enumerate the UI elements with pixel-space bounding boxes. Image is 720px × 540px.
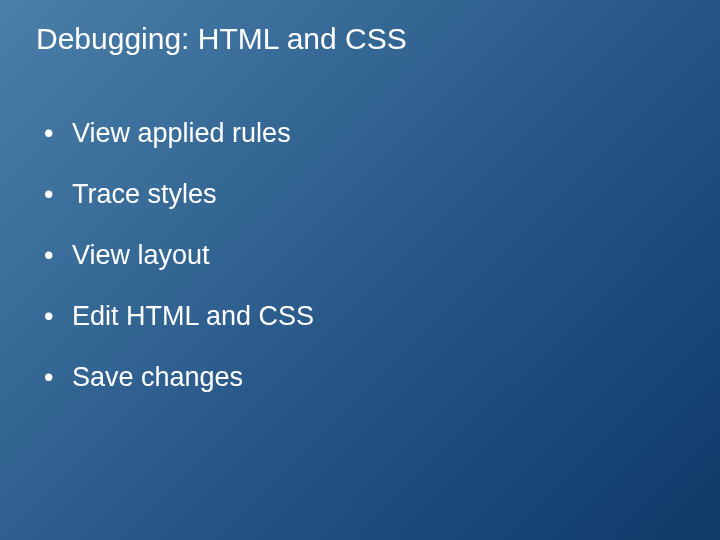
bullet-list: View applied rules Trace styles View lay… — [30, 116, 690, 395]
bullet-item: Trace styles — [44, 177, 690, 212]
slide-title: Debugging: HTML and CSS — [30, 22, 690, 56]
slide-container: Debugging: HTML and CSS View applied rul… — [0, 0, 720, 540]
bullet-item: View applied rules — [44, 116, 690, 151]
bullet-item: Save changes — [44, 360, 690, 395]
bullet-item: View layout — [44, 238, 690, 273]
bullet-item: Edit HTML and CSS — [44, 299, 690, 334]
